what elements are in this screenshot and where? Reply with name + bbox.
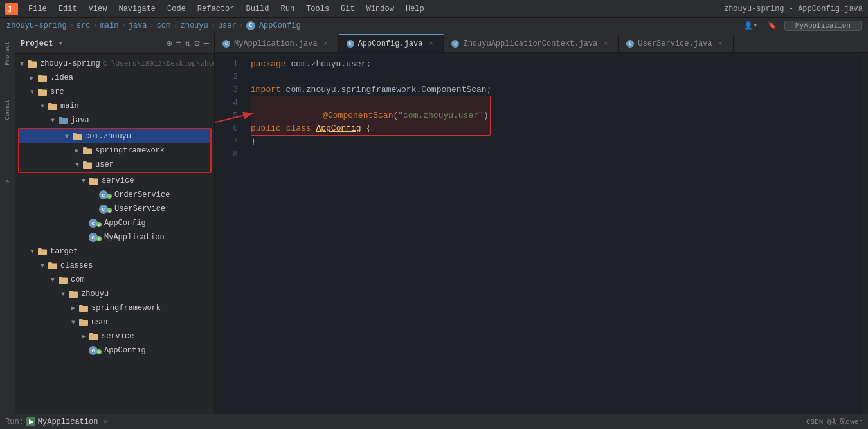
- tree-arrow-target: [28, 248, 36, 255]
- breadcrumb-java[interactable]: java: [129, 21, 147, 30]
- folder-icon-service2: [89, 331, 99, 342]
- tree-item-src[interactable]: src: [15, 85, 214, 99]
- settings-icon[interactable]: ⚙: [194, 38, 199, 49]
- breadcrumb-sep-7: ›: [239, 21, 244, 30]
- tree-item-appconfig[interactable]: C s AppConfig: [15, 216, 214, 230]
- tree-item-orderservice[interactable]: C s OrderService: [15, 188, 214, 202]
- folder-icon-com2: [58, 275, 68, 285]
- app-logo: J: [5, 3, 18, 15]
- tree-item-user[interactable]: user: [19, 158, 210, 172]
- watermark: CSDN @初见qwer: [806, 417, 863, 426]
- collapse-all-icon[interactable]: ≡: [176, 38, 181, 49]
- tree-label-main: main: [60, 102, 79, 111]
- menu-refactor[interactable]: Refactor: [192, 3, 240, 15]
- menu-help[interactable]: Help: [401, 3, 429, 15]
- header-actions: 👤▾ 🔖 MyApplication: [741, 21, 862, 31]
- tree-arrow-src: [28, 88, 36, 96]
- tab-bar: C MyApplication.java × C AppConfig.java …: [215, 33, 868, 53]
- tree-item-userservice[interactable]: C s UserService: [15, 202, 214, 216]
- tab-label-appconfig: AppConfig.java: [358, 39, 423, 48]
- code-editor[interactable]: 1 2 3 4 5 6 7 8 package com.zhouyu.user;: [215, 53, 868, 414]
- tree-label-appconfig2: AppConfig: [104, 346, 146, 355]
- vertical-scrollbar[interactable]: [863, 53, 868, 414]
- close-panel-icon[interactable]: —: [204, 38, 209, 49]
- breadcrumb-zhouyu[interactable]: zhouyu: [180, 21, 208, 30]
- menu-tools[interactable]: Tools: [301, 3, 334, 15]
- code-content[interactable]: package com.zhouyu.user; import com.zhou…: [246, 53, 863, 414]
- tree-item-zhouyu2[interactable]: zhouyu: [15, 287, 214, 301]
- tree-item-springframework2[interactable]: springframework: [15, 301, 214, 315]
- tab-zhouyuappctx[interactable]: C ZhouyuApplicationContext.java ×: [444, 34, 619, 52]
- menu-file[interactable]: File: [23, 3, 52, 15]
- tree-item-user2[interactable]: user: [15, 315, 214, 329]
- tree-item-main[interactable]: main: [15, 99, 214, 113]
- tab-userservice[interactable]: C UserService.java ×: [619, 34, 733, 52]
- tree-item-springframework[interactable]: springframework: [19, 143, 210, 158]
- tree-item-idea[interactable]: .idea: [15, 71, 214, 85]
- breadcrumb-current: AppConfig: [259, 21, 301, 30]
- menu-run[interactable]: Run: [275, 3, 300, 15]
- breadcrumb-com[interactable]: com: [157, 21, 171, 30]
- tree-label-springframework: springframework: [95, 146, 165, 155]
- tab-close-appconfig[interactable]: ×: [426, 39, 435, 48]
- tree-item-root[interactable]: zhouyu-spring C:\Users\18012\Desktop\zho…: [15, 57, 214, 71]
- editor-wrapper: 1 2 3 4 5 6 7 8 package com.zhouyu.user;: [215, 53, 868, 414]
- tab-label-myapp: MyApplication.java: [234, 39, 318, 48]
- tree-item-service2[interactable]: service: [15, 329, 214, 343]
- panel-dropdown[interactable]: ▾: [58, 39, 62, 48]
- code-line-5: @ComponentScan("com.zhouyu.user"): [251, 109, 863, 122]
- tree-item-myapp[interactable]: C s MyApplication: [15, 230, 214, 244]
- tab-myapplication[interactable]: C MyApplication.java ×: [215, 34, 339, 52]
- tree-label-src: src: [50, 87, 64, 96]
- tab-icon-appconfig: C: [347, 40, 354, 48]
- tree-item-com2[interactable]: com: [15, 273, 214, 287]
- tree-item-target[interactable]: target: [15, 244, 214, 259]
- folder-icon-java: [58, 115, 68, 125]
- menu-build[interactable]: Build: [240, 3, 274, 15]
- tree-item-classes[interactable]: classes: [15, 259, 214, 273]
- folder-icon-sf2: [78, 303, 89, 313]
- menu-view[interactable]: View: [84, 3, 113, 15]
- breadcrumb-main[interactable]: main: [100, 21, 119, 30]
- sidebar-extra-label[interactable]: ⚙: [5, 176, 11, 188]
- tree-label-root: zhouyu-spring: [40, 59, 100, 68]
- breadcrumb-src[interactable]: src: [77, 21, 91, 30]
- sort-icon[interactable]: ⇅: [185, 38, 190, 49]
- sidebar-strip: Project Commit ⚙: [0, 33, 15, 414]
- code-line-6: public class AppConfig {: [251, 122, 863, 135]
- locate-icon[interactable]: ⊕: [167, 38, 172, 49]
- menu-navigate[interactable]: Navigate: [113, 3, 161, 15]
- tree-label-springframework2: springframework: [91, 304, 161, 313]
- menu-edit[interactable]: Edit: [53, 3, 82, 15]
- sidebar-project-label[interactable]: Project: [5, 39, 11, 68]
- breadcrumb-project[interactable]: zhouyu-spring: [6, 21, 67, 30]
- breadcrumb-file-icon: C: [246, 21, 255, 30]
- tab-close-myapp[interactable]: ×: [321, 39, 330, 48]
- tree-item-service[interactable]: service: [15, 174, 214, 188]
- red-box-highlight: com.zhouyu springframework: [18, 128, 212, 173]
- menu-git[interactable]: Git: [336, 3, 360, 15]
- run-app-name: MyApplication: [38, 417, 98, 426]
- menu-code[interactable]: Code: [162, 3, 191, 15]
- tree-item-com-zhouyu[interactable]: com.zhouyu: [19, 129, 210, 143]
- tree-label-user: user: [95, 160, 114, 169]
- menu-window[interactable]: Window: [361, 3, 399, 15]
- tab-appconfig[interactable]: C AppConfig.java ×: [339, 34, 444, 52]
- breadcrumb-user[interactable]: user: [218, 21, 237, 30]
- tab-close-userservice[interactable]: ×: [716, 39, 725, 48]
- folder-icon-target: [37, 246, 48, 257]
- search-everywhere-icon[interactable]: MyApplication: [784, 21, 862, 31]
- java-icon-ma: C s: [89, 233, 102, 242]
- menu-bar: J File Edit View Navigate Code Refactor …: [0, 0, 868, 18]
- run-close-btn[interactable]: ×: [103, 418, 107, 426]
- tree-item-java[interactable]: java: [15, 113, 214, 127]
- folder-icon-main: [48, 101, 58, 111]
- bookmark-icon[interactable]: 🔖: [765, 21, 779, 30]
- sidebar-commit-label[interactable]: Commit: [5, 96, 11, 122]
- tab-close-zhouyuappctx[interactable]: ×: [601, 39, 610, 48]
- vcs-user-icon[interactable]: 👤▾: [741, 21, 760, 30]
- tree-arrow-user2: [69, 318, 77, 326]
- tree-item-appconfig2[interactable]: C s AppConfig: [15, 343, 214, 358]
- panel-header: Project ▾ ⊕ ≡ ⇅ ⚙ —: [15, 33, 214, 54]
- tree-label-classes: classes: [60, 261, 93, 270]
